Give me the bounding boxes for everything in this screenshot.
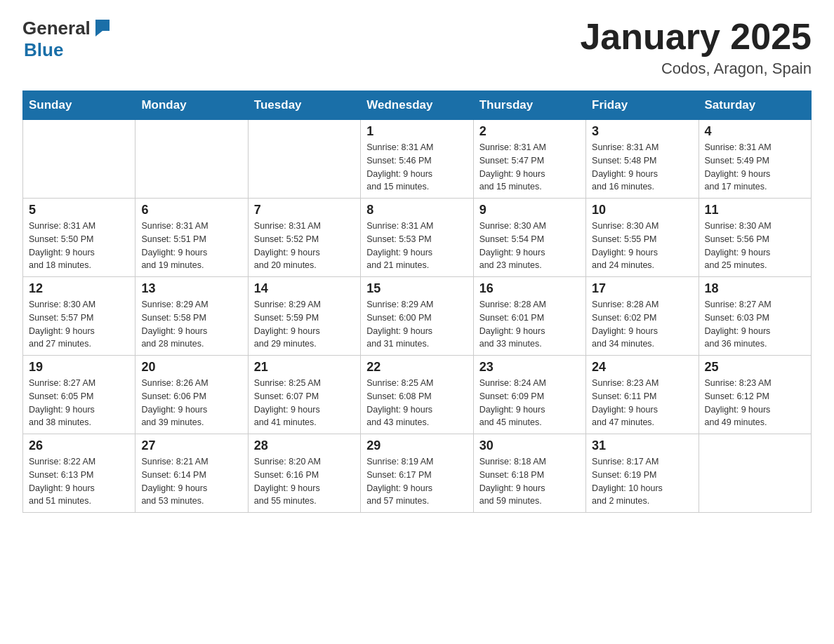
calendar-cell: 19Sunrise: 8:27 AM Sunset: 6:05 PM Dayli… bbox=[23, 356, 135, 434]
calendar-cell bbox=[248, 120, 360, 199]
calendar-cell: 1Sunrise: 8:31 AM Sunset: 5:46 PM Daylig… bbox=[361, 120, 473, 199]
col-header-sunday: Sunday bbox=[23, 91, 135, 120]
day-number: 31 bbox=[592, 438, 692, 453]
day-number: 6 bbox=[141, 203, 241, 217]
day-info: Sunrise: 8:30 AM Sunset: 5:54 PM Dayligh… bbox=[479, 220, 580, 272]
calendar-cell: 12Sunrise: 8:30 AM Sunset: 5:57 PM Dayli… bbox=[23, 277, 135, 356]
day-number: 2 bbox=[479, 124, 580, 139]
day-number: 3 bbox=[592, 124, 692, 139]
day-number: 14 bbox=[254, 281, 355, 296]
logo-general-text: General bbox=[22, 19, 91, 37]
day-number: 22 bbox=[366, 360, 467, 375]
day-info: Sunrise: 8:18 AM Sunset: 6:18 PM Dayligh… bbox=[479, 455, 580, 508]
calendar-cell: 28Sunrise: 8:20 AM Sunset: 6:16 PM Dayli… bbox=[248, 434, 360, 513]
day-info: Sunrise: 8:30 AM Sunset: 5:55 PM Dayligh… bbox=[592, 220, 692, 272]
day-info: Sunrise: 8:30 AM Sunset: 5:57 PM Dayligh… bbox=[29, 298, 129, 351]
calendar-cell: 31Sunrise: 8:17 AM Sunset: 6:19 PM Dayli… bbox=[586, 434, 699, 513]
day-number: 20 bbox=[141, 360, 241, 375]
calendar-cell: 9Sunrise: 8:30 AM Sunset: 5:54 PM Daylig… bbox=[473, 199, 585, 277]
svg-marker-0 bbox=[95, 20, 110, 36]
day-number: 24 bbox=[592, 360, 692, 375]
calendar-cell: 24Sunrise: 8:23 AM Sunset: 6:11 PM Dayli… bbox=[586, 356, 699, 434]
calendar-week-row: 5Sunrise: 8:31 AM Sunset: 5:50 PM Daylig… bbox=[23, 199, 812, 277]
day-info: Sunrise: 8:17 AM Sunset: 6:19 PM Dayligh… bbox=[592, 455, 692, 508]
calendar-cell: 27Sunrise: 8:21 AM Sunset: 6:14 PM Dayli… bbox=[135, 434, 248, 513]
calendar-cell: 26Sunrise: 8:22 AM Sunset: 6:13 PM Dayli… bbox=[23, 434, 135, 513]
calendar-cell: 2Sunrise: 8:31 AM Sunset: 5:47 PM Daylig… bbox=[473, 120, 585, 199]
calendar-week-row: 26Sunrise: 8:22 AM Sunset: 6:13 PM Dayli… bbox=[23, 434, 812, 513]
day-number: 28 bbox=[254, 438, 355, 453]
day-number: 13 bbox=[141, 281, 241, 296]
header: General Blue January 2025 Codos, Aragon,… bbox=[22, 17, 812, 78]
calendar-cell: 21Sunrise: 8:25 AM Sunset: 6:07 PM Dayli… bbox=[248, 356, 360, 434]
day-info: Sunrise: 8:27 AM Sunset: 6:03 PM Dayligh… bbox=[705, 298, 805, 351]
col-header-saturday: Saturday bbox=[699, 91, 811, 120]
day-number: 18 bbox=[705, 281, 805, 296]
calendar-cell: 30Sunrise: 8:18 AM Sunset: 6:18 PM Dayli… bbox=[473, 434, 585, 513]
calendar-cell: 16Sunrise: 8:28 AM Sunset: 6:01 PM Dayli… bbox=[473, 277, 585, 356]
day-info: Sunrise: 8:25 AM Sunset: 6:07 PM Dayligh… bbox=[254, 377, 355, 429]
day-info: Sunrise: 8:31 AM Sunset: 5:46 PM Dayligh… bbox=[366, 141, 467, 194]
calendar-subtitle: Codos, Aragon, Spain bbox=[580, 60, 812, 78]
day-number: 4 bbox=[705, 124, 805, 139]
day-number: 16 bbox=[479, 281, 580, 296]
calendar-cell: 4Sunrise: 8:31 AM Sunset: 5:49 PM Daylig… bbox=[699, 120, 811, 199]
day-number: 27 bbox=[141, 438, 241, 453]
day-info: Sunrise: 8:20 AM Sunset: 6:16 PM Dayligh… bbox=[254, 455, 355, 508]
calendar-week-row: 1Sunrise: 8:31 AM Sunset: 5:46 PM Daylig… bbox=[23, 120, 812, 199]
day-number: 17 bbox=[592, 281, 692, 296]
calendar-week-row: 19Sunrise: 8:27 AM Sunset: 6:05 PM Dayli… bbox=[23, 356, 812, 434]
calendar-header-row: SundayMondayTuesdayWednesdayThursdayFrid… bbox=[23, 91, 812, 120]
day-info: Sunrise: 8:21 AM Sunset: 6:14 PM Dayligh… bbox=[141, 455, 241, 508]
day-info: Sunrise: 8:22 AM Sunset: 6:13 PM Dayligh… bbox=[29, 455, 129, 508]
title-area: January 2025 Codos, Aragon, Spain bbox=[580, 17, 812, 78]
logo: General Blue bbox=[22, 17, 112, 61]
calendar-cell: 29Sunrise: 8:19 AM Sunset: 6:17 PM Dayli… bbox=[361, 434, 473, 513]
calendar-cell: 23Sunrise: 8:24 AM Sunset: 6:09 PM Dayli… bbox=[473, 356, 585, 434]
day-info: Sunrise: 8:31 AM Sunset: 5:48 PM Dayligh… bbox=[592, 141, 692, 194]
day-info: Sunrise: 8:26 AM Sunset: 6:06 PM Dayligh… bbox=[141, 377, 241, 429]
calendar-cell: 8Sunrise: 8:31 AM Sunset: 5:53 PM Daylig… bbox=[361, 199, 473, 277]
day-number: 5 bbox=[29, 203, 129, 217]
calendar-cell: 20Sunrise: 8:26 AM Sunset: 6:06 PM Dayli… bbox=[135, 356, 248, 434]
day-info: Sunrise: 8:23 AM Sunset: 6:12 PM Dayligh… bbox=[705, 377, 805, 429]
calendar-cell: 13Sunrise: 8:29 AM Sunset: 5:58 PM Dayli… bbox=[135, 277, 248, 356]
day-number: 12 bbox=[29, 281, 129, 296]
calendar-cell: 11Sunrise: 8:30 AM Sunset: 5:56 PM Dayli… bbox=[699, 199, 811, 277]
day-info: Sunrise: 8:23 AM Sunset: 6:11 PM Dayligh… bbox=[592, 377, 692, 429]
day-info: Sunrise: 8:25 AM Sunset: 6:08 PM Dayligh… bbox=[366, 377, 467, 429]
calendar-cell: 15Sunrise: 8:29 AM Sunset: 6:00 PM Dayli… bbox=[361, 277, 473, 356]
day-info: Sunrise: 8:31 AM Sunset: 5:47 PM Dayligh… bbox=[479, 141, 580, 194]
day-info: Sunrise: 8:31 AM Sunset: 5:51 PM Dayligh… bbox=[141, 220, 241, 272]
day-info: Sunrise: 8:31 AM Sunset: 5:53 PM Dayligh… bbox=[366, 220, 467, 272]
day-info: Sunrise: 8:28 AM Sunset: 6:02 PM Dayligh… bbox=[592, 298, 692, 351]
col-header-monday: Monday bbox=[135, 91, 248, 120]
calendar-title: January 2025 bbox=[580, 17, 812, 57]
day-info: Sunrise: 8:27 AM Sunset: 6:05 PM Dayligh… bbox=[29, 377, 129, 429]
logo-blue-text: Blue bbox=[24, 39, 63, 61]
day-info: Sunrise: 8:31 AM Sunset: 5:49 PM Dayligh… bbox=[705, 141, 805, 194]
day-info: Sunrise: 8:29 AM Sunset: 6:00 PM Dayligh… bbox=[366, 298, 467, 351]
calendar-cell: 6Sunrise: 8:31 AM Sunset: 5:51 PM Daylig… bbox=[135, 199, 248, 277]
day-number: 23 bbox=[479, 360, 580, 375]
calendar-cell: 22Sunrise: 8:25 AM Sunset: 6:08 PM Dayli… bbox=[361, 356, 473, 434]
day-info: Sunrise: 8:30 AM Sunset: 5:56 PM Dayligh… bbox=[705, 220, 805, 272]
calendar-cell: 18Sunrise: 8:27 AM Sunset: 6:03 PM Dayli… bbox=[699, 277, 811, 356]
day-info: Sunrise: 8:29 AM Sunset: 5:59 PM Dayligh… bbox=[254, 298, 355, 351]
calendar-table: SundayMondayTuesdayWednesdayThursdayFrid… bbox=[22, 90, 812, 513]
calendar-cell bbox=[135, 120, 248, 199]
calendar-cell: 7Sunrise: 8:31 AM Sunset: 5:52 PM Daylig… bbox=[248, 199, 360, 277]
calendar-cell: 17Sunrise: 8:28 AM Sunset: 6:02 PM Dayli… bbox=[586, 277, 699, 356]
logo-top-row: General bbox=[22, 17, 112, 39]
day-number: 19 bbox=[29, 360, 129, 375]
day-info: Sunrise: 8:24 AM Sunset: 6:09 PM Dayligh… bbox=[479, 377, 580, 429]
calendar-cell: 14Sunrise: 8:29 AM Sunset: 5:59 PM Dayli… bbox=[248, 277, 360, 356]
calendar-cell bbox=[23, 120, 135, 199]
day-number: 1 bbox=[366, 124, 467, 139]
day-number: 21 bbox=[254, 360, 355, 375]
day-number: 29 bbox=[366, 438, 467, 453]
calendar-cell: 10Sunrise: 8:30 AM Sunset: 5:55 PM Dayli… bbox=[586, 199, 699, 277]
day-number: 7 bbox=[254, 203, 355, 217]
day-info: Sunrise: 8:29 AM Sunset: 5:58 PM Dayligh… bbox=[141, 298, 241, 351]
col-header-tuesday: Tuesday bbox=[248, 91, 360, 120]
